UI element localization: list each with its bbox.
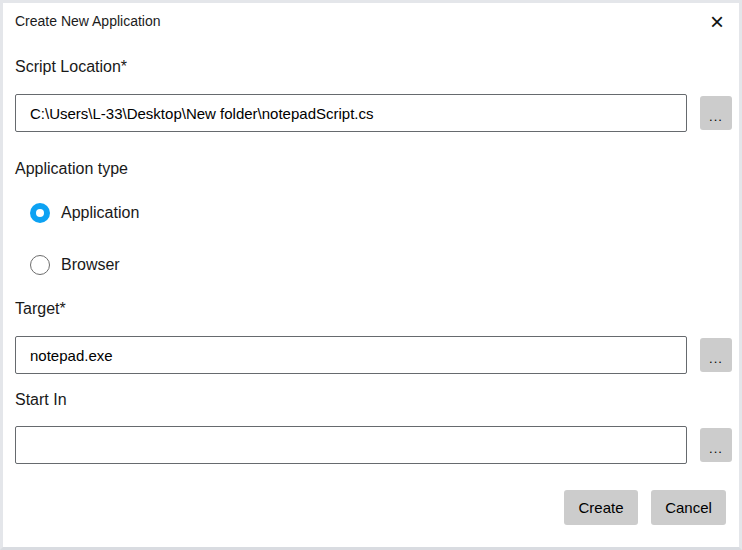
radio-option-browser[interactable]: Browser xyxy=(30,255,120,275)
close-icon[interactable]: × xyxy=(701,7,733,37)
application-type-label: Application type xyxy=(15,160,128,178)
radio-icon-browser[interactable] xyxy=(30,255,50,275)
radio-label-application: Application xyxy=(61,204,139,222)
create-new-application-dialog: Create New Application × Script Location… xyxy=(0,0,742,550)
radio-label-browser: Browser xyxy=(61,256,120,274)
create-button[interactable]: Create xyxy=(564,490,638,525)
cancel-button[interactable]: Cancel xyxy=(651,490,726,525)
radio-option-application[interactable]: Application xyxy=(30,203,139,223)
target-label: Target* xyxy=(15,300,66,318)
script-location-label: Script Location* xyxy=(15,58,127,76)
start-in-input[interactable] xyxy=(15,426,687,464)
start-in-label: Start In xyxy=(15,391,67,409)
radio-icon-application[interactable] xyxy=(30,203,50,223)
target-input[interactable] xyxy=(15,336,687,374)
dialog-title: Create New Application xyxy=(15,13,161,29)
script-location-input[interactable] xyxy=(15,94,687,132)
target-browse-button[interactable]: ... xyxy=(700,338,732,372)
start-in-browse-button[interactable]: ... xyxy=(700,428,732,462)
script-location-browse-button[interactable]: ... xyxy=(700,96,732,130)
